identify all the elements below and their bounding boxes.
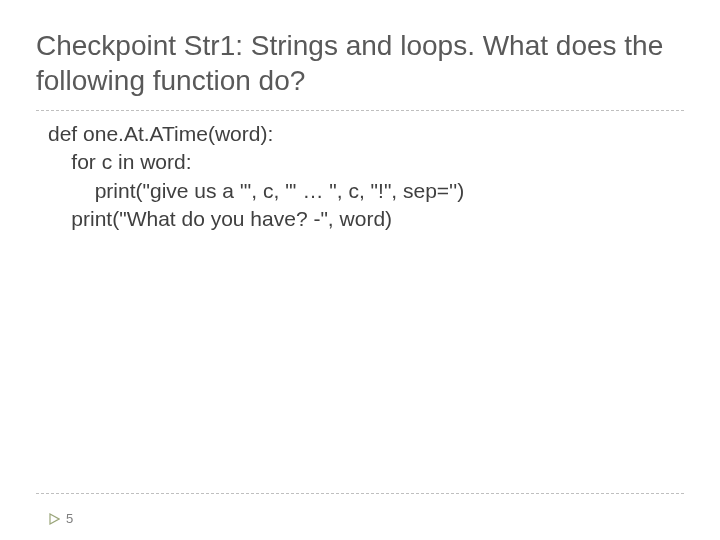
slide-title: Checkpoint Str1: Strings and loops. What…: [36, 28, 684, 98]
code-block: def one.At.ATime(word): for c in word: p…: [48, 120, 684, 233]
footer: 5: [48, 511, 73, 526]
page-number: 5: [66, 511, 73, 526]
footer-divider: [36, 493, 684, 494]
title-divider: [36, 110, 684, 111]
play-icon: [48, 513, 60, 525]
svg-marker-0: [50, 514, 59, 524]
